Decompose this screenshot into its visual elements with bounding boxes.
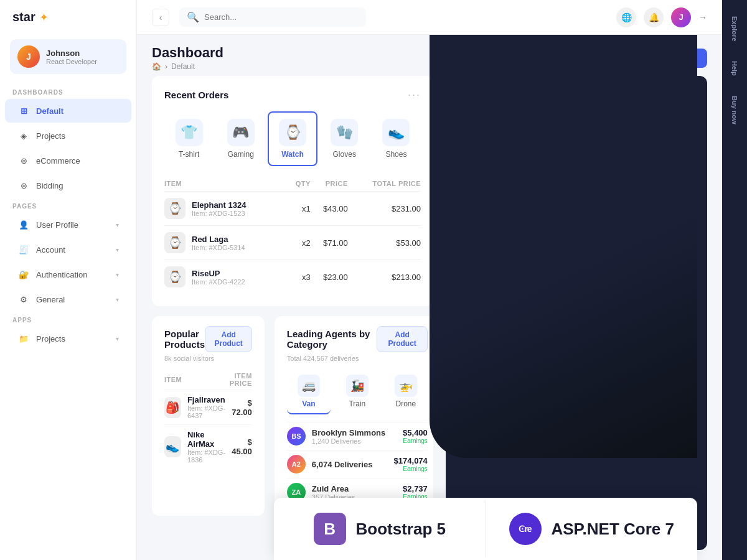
tab-shoes[interactable]: 👟 Shoes	[372, 111, 421, 166]
product-id: Item: #XDG-6437	[187, 404, 230, 419]
add-product-la-button[interactable]: Add Product	[377, 326, 427, 352]
col-item: ITEM	[164, 176, 288, 192]
item-qty: x3	[288, 260, 310, 294]
tab-train[interactable]: 🚂 Train	[336, 370, 379, 414]
tab-watch-label: Watch	[281, 150, 304, 159]
orders-menu-icon[interactable]: ···	[408, 88, 421, 101]
tab-van-label: Van	[302, 399, 315, 408]
user-role: React Developer	[46, 58, 97, 65]
logo-text: star	[12, 10, 35, 24]
invite-button[interactable]: + Invite	[585, 49, 636, 68]
projects-icon: ◈	[17, 129, 30, 142]
tab-train-label: Train	[349, 399, 365, 408]
train-icon: 🚂	[346, 375, 369, 397]
col-total: TOTAL PRICE	[348, 176, 421, 192]
collapse-button[interactable]: ‹	[152, 9, 169, 26]
sidebar-item-default-label: Default	[36, 106, 119, 116]
col-item-pp: ITEM	[164, 370, 230, 390]
sidebar-item-user-profile[interactable]: 👤 User Profile ▾	[5, 213, 131, 236]
bell-icon[interactable]: 🔔	[644, 7, 664, 27]
tab-gloves[interactable]: 🧤 Gloves	[320, 111, 369, 166]
sidebar-item-authentication[interactable]: 🔐 Authentication ▾	[5, 263, 131, 286]
popular-products-table: ITEM ITEM PRICE 🎒	[164, 370, 252, 469]
sidebar-item-projects-label: Projects	[36, 131, 119, 141]
sidebar-item-ecommerce-label: eCommerce	[36, 156, 119, 166]
create-app-button[interactable]: Create App	[642, 49, 707, 68]
agent-row: BS Brooklyn Simmons 1,240 Deliveries $5,…	[287, 422, 428, 450]
agent-earn-label: Earnings	[394, 465, 428, 472]
sidebar-item-account[interactable]: 🧾 Account ▾	[5, 238, 131, 261]
agent-row: A2 6,074 Deliveries $174,074 Earnings	[287, 450, 428, 478]
explore-button[interactable]: Explore	[728, 12, 741, 45]
tab-gaming[interactable]: 🎮 Gaming	[216, 111, 265, 166]
drone-icon: 🚁	[395, 375, 417, 397]
col-qty: QTY	[288, 176, 310, 192]
x-label: Apr 10	[581, 254, 599, 261]
agent-avatar: A2	[287, 455, 306, 474]
sidebar-item-app-projects[interactable]: 📁 Projects ▾	[5, 327, 131, 350]
bidding-icon: ⊛	[17, 179, 30, 192]
recent-orders-card: Recent Orders ··· 👕 T-shirt 🎮	[152, 76, 433, 306]
disc-amount: $ 3,706 ▼ 4.5%	[458, 115, 695, 142]
sidebar-item-general-label: General	[36, 295, 110, 304]
discounted-sales-card: Discounted Product Sales Users from all …	[446, 76, 707, 550]
general-icon: ⚙	[17, 293, 30, 306]
item-thumb: ⌚	[164, 266, 186, 287]
app-projects-icon: 📁	[17, 332, 30, 345]
shoes-icon: 👟	[382, 119, 410, 146]
order-tabs: 👕 T-shirt 🎮 Gaming ⌚ Watch	[164, 111, 421, 166]
sidebar-item-default[interactable]: ⊞ Default	[5, 99, 131, 123]
product-name: Nike AirMax	[187, 430, 230, 449]
avatar: J	[17, 45, 40, 68]
arrow-icon[interactable]: →	[698, 12, 707, 22]
y-label: $330	[458, 240, 472, 246]
table-row: ⌚ Red Laga Item: #XDG-5314 x2	[164, 226, 421, 260]
logo-star: ✦	[39, 11, 49, 24]
search-input[interactable]	[204, 12, 329, 22]
sidebar-item-bidding[interactable]: ⊛ Bidding	[5, 174, 131, 197]
breadcrumb: 🏠 › Default	[152, 62, 223, 71]
search-box[interactable]: 🔍	[179, 7, 366, 27]
user-profile-card[interactable]: J Johnson React Developer	[10, 39, 126, 74]
agent-name: Zuid Area	[312, 484, 397, 493]
table-row: ⌚ Elephant 1324 Item: #XDG-1523 x1	[164, 192, 421, 226]
bootstrap-text: Bootstrap 5	[356, 520, 446, 539]
buy-now-button[interactable]: Buy now	[728, 92, 741, 128]
notifications-icon[interactable]: 🌐	[616, 7, 636, 27]
x-label: Apr 13	[629, 254, 647, 261]
chevron-icon-account: ▾	[116, 246, 119, 253]
y-label: $335	[458, 226, 472, 233]
chart-y-axis: $362 $357 $351 $346 $340 $335 $330	[458, 162, 472, 246]
sidebar-item-projects[interactable]: ◈ Projects	[5, 124, 131, 147]
right-column: Discounted Product Sales Users from all …	[446, 76, 707, 550]
ecommerce-icon: ⊚	[17, 154, 30, 167]
tab-van[interactable]: 🚐 Van	[287, 370, 331, 414]
aspnet-text: ASP.NET Core 7	[552, 520, 674, 539]
item-price: $43.00	[311, 192, 348, 226]
disc-title: Discounted Product Sales	[458, 88, 574, 99]
sidebar-item-ecommerce[interactable]: ⊚ eCommerce	[5, 149, 131, 172]
product-price: $ 45.00	[230, 425, 252, 469]
sidebar-item-general[interactable]: ⚙ General ▾	[5, 287, 131, 311]
disc-menu-icon[interactable]: ···	[687, 88, 695, 100]
agent-avatar: BS	[287, 427, 306, 446]
item-id: Item: #XDG-4222	[192, 278, 245, 286]
sidebar-item-account-label: Account	[36, 245, 110, 254]
popular-products-card: Popular Products Add Product 8k social v…	[152, 316, 265, 516]
chevron-icon-auth: ▾	[116, 271, 119, 278]
popular-products-title: Popular Products	[164, 329, 205, 350]
add-product-button[interactable]: Add Product	[205, 326, 251, 352]
tab-drone-label: Drone	[395, 399, 416, 408]
agent-name: Brooklyn Simmons	[312, 428, 397, 437]
page-actions: + Invite Create App	[585, 49, 707, 68]
user-name: Johnson	[46, 49, 97, 58]
main-content: ‹ 🔍 🌐 🔔 J → Dashboard 🏠	[137, 0, 722, 560]
home-icon: 🏠	[152, 62, 161, 71]
x-label: Apr 07	[533, 254, 552, 261]
tab-drone[interactable]: 🚁 Drone	[384, 370, 428, 414]
tab-tshirt[interactable]: 👕 T-shirt	[164, 111, 214, 166]
help-button[interactable]: Help	[728, 57, 741, 80]
promo-aspnet: Ͼre ASP.NET Core 7	[486, 500, 698, 558]
tab-watch[interactable]: ⌚ Watch	[268, 111, 317, 166]
user-avatar-topbar[interactable]: J	[671, 7, 691, 27]
